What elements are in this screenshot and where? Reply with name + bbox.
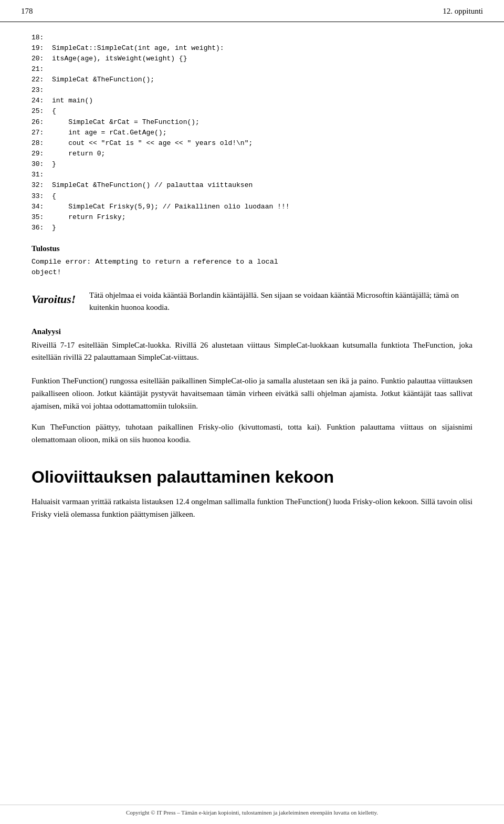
code-line: 26: SimpleCat &rCat = TheFunction(); xyxy=(32,117,472,128)
code-line: 33: { xyxy=(32,191,472,202)
code-line: 18: xyxy=(32,33,472,43)
code-line: 27: int age = rCat.GetAge(); xyxy=(32,128,472,138)
main-content: 18:19: SimpleCat::SimpleCat(int age, int… xyxy=(0,22,504,550)
code-line: 20: itsAge(age), itsWeight(weight) {} xyxy=(32,54,472,64)
code-line: 21: xyxy=(32,64,472,75)
code-line: 25: { xyxy=(32,106,472,117)
code-line: 28: cout << "rCat is " << age << " years… xyxy=(32,138,472,149)
varoitus-text: Tätä ohjelmaa ei voida kääntää Borlandin… xyxy=(89,289,472,314)
page-container: 178 12. oppitunti 18:19: SimpleCat::Simp… xyxy=(0,0,504,824)
code-line: 32: SimpleCat &TheFunction() // palautta… xyxy=(32,180,472,191)
tulostus-output: Compile error: Attempting to return a re… xyxy=(32,257,472,278)
code-line: 19: SimpleCat::SimpleCat(int age, int we… xyxy=(32,43,472,54)
varoitus-section: Varoitus! Tätä ohjelmaa ei voida kääntää… xyxy=(32,289,472,314)
footer-text: Copyright © IT Press – Tämän e-kirjan ko… xyxy=(126,809,378,816)
analyysi-text-1: Riveillä 7-17 esitellään SimpleCat-luokk… xyxy=(32,339,472,364)
tulostus-section: Tulostus Compile error: Attempting to re… xyxy=(32,243,472,278)
tulostus-line2: object! xyxy=(32,268,61,276)
code-line: 36: } xyxy=(32,223,472,233)
code-line: 34: SimpleCat Frisky(5,9); // Paikalline… xyxy=(32,202,472,212)
analyysi-para3: Kun TheFunction päättyy, tuhotaan paikal… xyxy=(32,421,472,446)
page-header: 178 12. oppitunti xyxy=(0,0,504,22)
code-line: 35: return Frisky; xyxy=(32,212,472,223)
code-line: 31: xyxy=(32,170,472,180)
page-number: 178 xyxy=(21,5,33,17)
section-para1: Haluaisit varmaan yrittää ratkaista list… xyxy=(32,495,472,520)
analyysi-section: Analyysi Riveillä 7-17 esitellään Simple… xyxy=(32,326,472,364)
varoitus-label: Varoitus! xyxy=(32,290,89,308)
code-line: 30: } xyxy=(32,159,472,170)
code-line: 22: SimpleCat &TheFunction(); xyxy=(32,75,472,85)
code-block: 18:19: SimpleCat::SimpleCat(int age, int… xyxy=(32,33,472,234)
analyysi-label: Analyysi xyxy=(32,326,472,338)
chapter-title: 12. oppitunti xyxy=(443,5,483,17)
code-line: 29: return 0; xyxy=(32,149,472,159)
page-footer: Copyright © IT Press – Tämän e-kirjan ko… xyxy=(0,805,504,817)
tulostus-line1: Compile error: Attempting to return a re… xyxy=(32,258,278,266)
code-line: 24: int main() xyxy=(32,96,472,106)
analyysi-para2: Funktion TheFunction() rungossa esitellä… xyxy=(32,374,472,412)
code-line: 23: xyxy=(32,85,472,96)
tulostus-label: Tulostus xyxy=(32,243,472,255)
section-heading: Olioviittauksen palauttaminen kekoon xyxy=(32,467,472,487)
